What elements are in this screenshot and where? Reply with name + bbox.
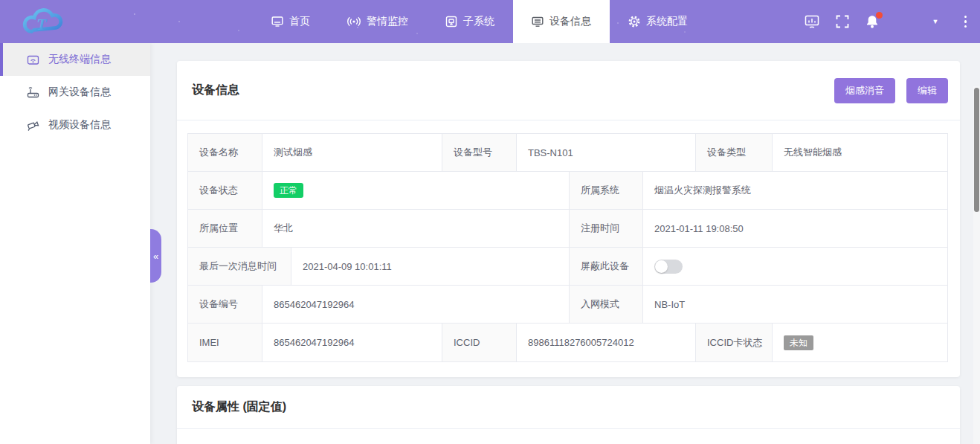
subsystem-icon: [445, 16, 457, 28]
page-layout: 无线终端信息 网关设备信息: [0, 43, 980, 444]
page-scrollbar: [973, 86, 980, 444]
field-value: 华北: [262, 210, 570, 247]
scrollbar-thumb[interactable]: [974, 88, 979, 212]
sidebar: 无线终端信息 网关设备信息: [0, 43, 150, 444]
top-navbar: T 首页: [0, 0, 980, 43]
settings-gear-icon: [628, 16, 640, 28]
device-attributes-card-header: 设备属性 (固定值): [177, 386, 960, 429]
nav-label: 设备信息: [549, 15, 591, 28]
sidebar-item-label: 视频设备信息: [48, 118, 111, 132]
dashboard-monitor-icon[interactable]: [805, 15, 819, 29]
nav-item-system-config[interactable]: 系统配置: [610, 0, 706, 43]
nav-item-alarm-monitor[interactable]: 警情监控: [329, 0, 427, 43]
field-label: 屏蔽此设备: [570, 248, 643, 285]
sidebar-item-wireless-terminal[interactable]: 无线终端信息: [0, 43, 150, 76]
main-nav: 首页 警情监控 子系统: [253, 0, 706, 43]
smoke-mute-button[interactable]: 烟感消音: [834, 78, 895, 103]
cloud-logo-icon: T: [19, 6, 65, 37]
field-label: 设备编号: [188, 286, 262, 323]
status-badge-unknown: 未知: [784, 335, 813, 350]
status-badge-normal: 正常: [274, 183, 303, 198]
sidebar-item-gateway-device[interactable]: 网关设备信息: [0, 76, 150, 109]
nav-label: 首页: [289, 15, 310, 28]
field-value: 测试烟感: [262, 134, 442, 171]
navbar-actions: ▼: [805, 0, 980, 43]
nav-item-subsystem[interactable]: 子系统: [427, 0, 513, 43]
device-attributes-card: 设备属性 (固定值): [177, 386, 960, 444]
gateway-device-icon: [27, 86, 39, 99]
card-actions: 烟感消音 编辑: [834, 78, 948, 103]
caret-down-icon[interactable]: ▼: [932, 18, 939, 25]
table-row: 设备状态 正常 所属系统 烟温火灾探测报警系统: [188, 172, 947, 210]
app-window: T 首页: [0, 0, 980, 444]
device-info-card-header: 设备信息 烟感消音 编辑: [177, 61, 960, 120]
field-value: 无线智能烟感: [773, 134, 947, 171]
field-value: TBS-N101: [517, 134, 696, 171]
table-row: 所属位置 华北 注册时间 2021-01-11 19:08:50: [188, 210, 947, 248]
field-label: 最后一次消息时间: [188, 248, 291, 285]
home-screen-icon: [271, 16, 283, 28]
field-label: 入网模式: [570, 286, 643, 323]
shield-device-toggle[interactable]: [654, 260, 683, 274]
field-value: NB-IoT: [643, 286, 947, 323]
sidebar-item-label: 网关设备信息: [48, 86, 111, 99]
table-row: 最后一次消息时间 2021-04-09 10:01:11 屏蔽此设备: [188, 248, 947, 286]
field-label: 注册时间: [570, 210, 643, 247]
nav-item-device-info[interactable]: 设备信息: [513, 0, 610, 43]
notification-dot: [876, 12, 883, 19]
device-info-card-body: 设备名称 测试烟感 设备型号 TBS-N101 设备类型 无线智能烟感 设备状态…: [177, 120, 960, 377]
toggle-knob: [655, 260, 668, 273]
nav-label: 警情监控: [367, 15, 408, 28]
device-descriptions-table: 设备名称 测试烟感 设备型号 TBS-N101 设备类型 无线智能烟感 设备状态…: [187, 133, 948, 362]
main-content: 设备信息 烟感消音 编辑 设备名称 测试烟感 设备型号 TBS-N101 设备类: [150, 43, 980, 444]
fullscreen-icon[interactable]: [836, 15, 849, 28]
field-value: 正常: [262, 172, 570, 209]
bell-icon[interactable]: [865, 15, 879, 29]
sidebar-collapse-handle[interactable]: «: [150, 229, 161, 283]
svg-text:T: T: [36, 15, 48, 33]
field-value: 865462047192964: [262, 324, 442, 361]
field-label: 设备状态: [188, 172, 262, 209]
kebab-menu-icon[interactable]: [961, 13, 970, 31]
video-device-icon: [27, 119, 39, 132]
collapse-chevrons: «: [153, 251, 158, 262]
sidebar-item-label: 无线终端信息: [48, 53, 111, 66]
field-value: [643, 248, 947, 285]
field-value: 865462047192964: [262, 286, 570, 323]
field-value: 2021-04-09 10:01:11: [291, 248, 570, 285]
card-title: 设备属性 (固定值): [192, 399, 945, 415]
field-label: ICCID卡状态: [696, 324, 773, 361]
table-row: 设备名称 测试烟感 设备型号 TBS-N101 设备类型 无线智能烟感: [188, 134, 947, 172]
field-label: ICCID: [442, 324, 517, 361]
sidebar-item-video-device[interactable]: 视频设备信息: [0, 109, 150, 141]
nav-item-home[interactable]: 首页: [253, 0, 329, 43]
field-label: 所属位置: [188, 210, 262, 247]
wireless-terminal-icon: [27, 54, 39, 66]
table-row: 设备编号 865462047192964 入网模式 NB-IoT: [188, 286, 947, 324]
card-title: 设备信息: [192, 83, 834, 98]
device-info-card: 设备信息 烟感消音 编辑 设备名称 测试烟感 设备型号 TBS-N101 设备类: [177, 61, 960, 377]
edit-button[interactable]: 编辑: [906, 78, 948, 103]
field-value: 2021-01-11 19:08:50: [643, 210, 947, 247]
field-label: 所属系统: [570, 172, 643, 209]
field-value: 89861118276005724012: [517, 324, 696, 361]
table-row: IMEI 865462047192964 ICCID 8986111827600…: [188, 324, 947, 361]
nav-label: 系统配置: [646, 15, 688, 28]
field-label: IMEI: [188, 324, 262, 361]
field-label: 设备名称: [188, 134, 262, 171]
field-label: 设备型号: [442, 134, 517, 171]
app-logo[interactable]: T: [0, 0, 253, 43]
field-value: 未知: [773, 324, 947, 361]
field-value: 烟温火灾探测报警系统: [643, 172, 947, 209]
device-info-icon: [532, 16, 544, 28]
alarm-broadcast-icon: [347, 16, 361, 27]
nav-label: 子系统: [463, 15, 494, 28]
field-label: 设备类型: [696, 134, 773, 171]
